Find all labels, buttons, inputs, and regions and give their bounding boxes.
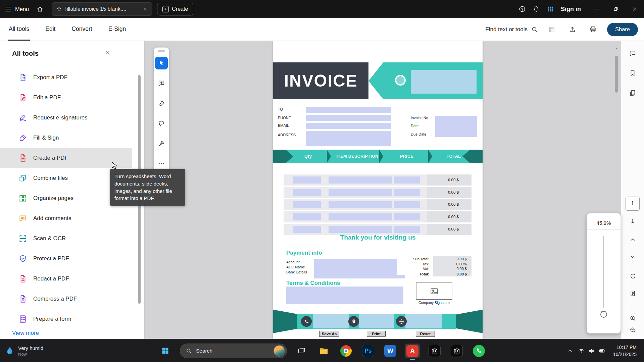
toolbar-tab-convert[interactable]: Convert [71, 18, 93, 41]
apps-grid-icon[interactable] [543, 0, 557, 18]
taskbar-search[interactable]: Search [180, 344, 287, 358]
sidebar-item-create-a-pdf[interactable]: Create a PDF [0, 148, 132, 168]
qty-field[interactable] [293, 213, 321, 220]
pages-panel-icon[interactable] [626, 86, 639, 100]
taskbar-app-file-explorer[interactable] [316, 344, 331, 358]
fill-sign-tool[interactable] [155, 137, 168, 150]
taskbar-app-whatsapp[interactable] [472, 344, 486, 358]
qty-field[interactable] [293, 226, 321, 233]
drag-handle[interactable] [158, 50, 165, 52]
price-field[interactable] [394, 213, 420, 220]
zoom-slider-knob[interactable] [600, 311, 607, 318]
to-field[interactable] [306, 107, 391, 113]
price-field[interactable] [394, 176, 420, 184]
wifi-icon[interactable] [578, 348, 585, 354]
taskbar-app-word[interactable]: W [383, 344, 398, 358]
toolbar-tab-all-tools[interactable]: All tools [8, 18, 30, 41]
reset-button[interactable]: Reset [416, 331, 435, 337]
footer-address-field[interactable] [359, 314, 394, 328]
upload-cloud-icon[interactable] [565, 20, 580, 39]
menu-button[interactable]: Menu [5, 6, 29, 12]
taskbar-app-chrome[interactable] [339, 344, 353, 358]
lasso-tool[interactable] [155, 117, 168, 130]
taskbar-app-camera-1[interactable] [427, 344, 442, 358]
item-description-field[interactable] [329, 176, 392, 184]
battery-icon[interactable] [599, 347, 606, 354]
header-company-field[interactable] [411, 70, 477, 94]
invoice-meta-field[interactable] [435, 116, 477, 137]
share-button[interactable]: Share [607, 23, 638, 36]
restore-button[interactable] [606, 0, 625, 18]
item-description-field[interactable] [329, 201, 392, 208]
create-tab-button[interactable]: + Create [157, 3, 193, 15]
price-field[interactable] [394, 189, 420, 196]
rotate-page-icon[interactable] [626, 269, 639, 282]
qty-field[interactable] [293, 201, 321, 208]
item-description-field[interactable] [329, 213, 392, 220]
scrollbar-thumb[interactable] [615, 56, 618, 93]
footer-phone-field[interactable] [313, 314, 349, 328]
taskbar-app-camera-2[interactable] [449, 344, 464, 358]
search-daily-image[interactable] [274, 345, 285, 357]
save-as-button[interactable]: Save As [319, 331, 339, 337]
sign-in-button[interactable]: Sign in [561, 6, 581, 13]
sidebar-item-add-comments[interactable]: Add comments [0, 208, 132, 228]
company-signature-field[interactable] [416, 282, 452, 300]
volume-icon[interactable] [588, 348, 595, 354]
next-page-icon[interactable] [626, 250, 639, 263]
zoom-in-icon[interactable] [626, 311, 639, 325]
price-field[interactable] [394, 201, 420, 208]
previous-page-icon[interactable] [626, 233, 639, 247]
zoom-slider-track[interactable] [603, 236, 604, 308]
sidebar-item-protect-a-pdf[interactable]: Protect a PDF [0, 249, 132, 269]
add-comment-tool[interactable] [155, 77, 168, 90]
tray-overflow-chevron-icon[interactable] [567, 348, 573, 354]
taskbar-app-acrobat[interactable]: A [405, 344, 420, 358]
minimize-button[interactable] [588, 0, 606, 18]
notifications-bell-icon[interactable] [529, 0, 543, 18]
taskbar-app-task-view[interactable] [294, 344, 309, 358]
qty-field[interactable] [293, 176, 321, 184]
more-tools[interactable] [155, 157, 168, 170]
find-text-or-tools[interactable]: Find text or tools [485, 26, 538, 33]
current-page-input[interactable]: 1 [626, 197, 640, 211]
bank-details-field[interactable] [314, 275, 405, 278]
taskbar-clock[interactable]: 10:17 PM 10/21/2025 [613, 344, 637, 358]
highlight-tool[interactable] [155, 97, 168, 110]
view-more-link[interactable]: View more [12, 330, 39, 337]
help-icon[interactable] [515, 0, 529, 18]
sidebar-item-fill-sign[interactable]: Fill & Sign [0, 128, 132, 148]
taskbar-app-photoshop[interactable]: Ps [361, 344, 376, 358]
home-button[interactable] [36, 5, 44, 13]
document-tab[interactable]: fillable invoice 15 blank.... [52, 2, 152, 16]
terms-field[interactable] [286, 287, 403, 304]
sidebar-item-scan-ocr[interactable]: Scan & OCR [0, 228, 132, 249]
qty-field[interactable] [293, 189, 321, 196]
email-field[interactable] [306, 123, 391, 129]
sidebar-item-prepare-a-form[interactable]: Prepare a form [0, 309, 132, 329]
sidebar-item-edit-a-pdf[interactable]: Edit a PDF [0, 88, 132, 108]
print-button[interactable]: Print [367, 331, 386, 337]
close-button[interactable] [625, 0, 644, 18]
select-tool[interactable] [155, 57, 168, 69]
sidebar-item-export-a-pdf[interactable]: Export a PDF [0, 67, 132, 88]
bookmarks-panel-icon[interactable] [626, 66, 639, 80]
print-icon[interactable] [586, 20, 600, 39]
price-field[interactable] [394, 226, 420, 233]
panel-close-icon[interactable] [104, 50, 111, 56]
tab-close-icon[interactable] [143, 6, 148, 12]
start-button[interactable] [158, 344, 172, 358]
payment-details-field[interactable] [314, 259, 397, 275]
footer-website-field[interactable] [405, 314, 442, 328]
address-field[interactable] [306, 131, 391, 146]
item-description-field[interactable] [329, 189, 392, 196]
toolbar-tab-e-sign[interactable]: E-Sign [108, 18, 127, 41]
fit-page-icon[interactable] [626, 287, 639, 300]
sidebar-item-compress-a-pdf[interactable]: Compress a PDF [0, 289, 132, 309]
phone-field[interactable] [306, 115, 391, 121]
sidebar-item-request-e-signatures[interactable]: Request e-signatures [0, 108, 132, 128]
toolbar-tab-edit[interactable]: Edit [45, 18, 56, 41]
favorite-star-icon[interactable] [56, 6, 62, 12]
comments-panel-icon[interactable] [626, 47, 639, 60]
sidebar-item-redact-a-pdf[interactable]: Redact a PDF [0, 269, 132, 289]
